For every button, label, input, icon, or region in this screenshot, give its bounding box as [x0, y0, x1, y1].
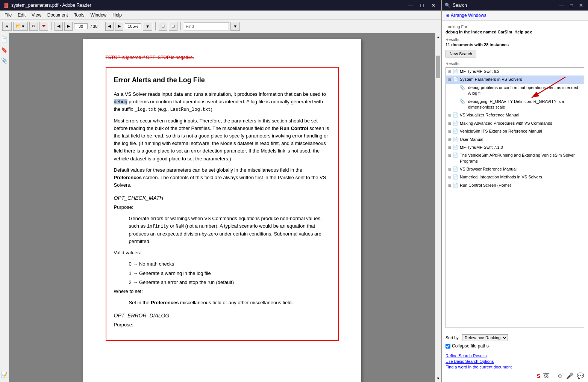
expand-icon-9[interactable]: ⊞ [448, 145, 451, 149]
translate-icon: 英 [543, 372, 549, 380]
looking-for-label: Looking For: [446, 24, 584, 29]
result-item-7[interactable]: ⊞ 📄 VehicleSim ITS Extension Reference M… [446, 127, 584, 135]
result-item-4[interactable]: 📎 debugging. R_GRAVITY Definition: R_GRA… [446, 98, 584, 112]
zoom-in-button[interactable]: ▶ [115, 22, 123, 31]
sub1-label: Purpose: [114, 204, 330, 211]
find-input[interactable] [184, 22, 229, 30]
subsection-title-2: OPT_ERROR_DIALOG [114, 312, 330, 320]
result-icon-2: 📄 [453, 77, 458, 82]
menu-help[interactable]: Help [109, 12, 125, 18]
expand-icon-5[interactable]: ⊞ [448, 113, 451, 117]
menu-document[interactable]: Document [44, 12, 71, 18]
result-item-2[interactable]: ⊟ 📄 System Parameters in VS Solvers [446, 75, 584, 83]
result-icon-10: 📄 [453, 152, 458, 158]
vertical-scrollbar[interactable]: ▲ ▼ [435, 33, 441, 382]
menu-edit[interactable]: Edit [15, 12, 29, 18]
next-page-button[interactable]: ▶ [64, 22, 73, 31]
result-icon-12: 📄 [453, 174, 458, 180]
result-item-8[interactable]: ⊞ 📄 User Manual [446, 136, 584, 143]
zoom-out-button[interactable]: ◀ [105, 22, 114, 31]
looking-for-value: debug in the index named CarSim_Help.pdx [446, 30, 584, 34]
pages-icon[interactable]: 📄 [1, 36, 8, 43]
search-content: Looking For: debug in the index named Ca… [442, 21, 588, 332]
result-item-9[interactable]: ⊞ 📄 MF-Tyre/MF-Swift 7.1.0 [446, 143, 584, 151]
val-0: 0 → No math checks [129, 260, 330, 268]
menu-tools[interactable]: Tools [71, 12, 88, 18]
minimize-button[interactable]: — [406, 2, 415, 8]
zoom-dropdown-button[interactable]: ▼ [143, 22, 152, 31]
sort-select[interactable]: Relevance Ranking Date Modified File Nam… [462, 334, 508, 341]
scroll-thumb[interactable] [436, 56, 440, 78]
pdf-page-area: TSTOP is ignored if OPT_STOP is negative… [9, 33, 435, 382]
menu-bar: File Edit View Document Tools Window Hel… [0, 11, 441, 20]
scroll-up-button[interactable]: ▲ [435, 33, 441, 41]
menu-view[interactable]: View [29, 12, 44, 18]
layers-icon[interactable]: 📝 [1, 371, 8, 378]
find-dropdown-button[interactable]: ▼ [230, 22, 240, 31]
expand-icon-7[interactable]: ⊞ [448, 129, 451, 133]
highlight-debug: debug [114, 99, 127, 104]
expand-icon-8[interactable]: ⊞ [448, 137, 451, 142]
result-item-3[interactable]: 📎 debug problems or confirm that operati… [446, 84, 584, 98]
new-search-button[interactable]: New Search [446, 50, 476, 57]
result-text-3: debug problems or confirm that operation… [468, 85, 582, 97]
expand-icon-11[interactable]: ⊞ [448, 167, 451, 171]
menu-window[interactable]: Window [88, 12, 110, 18]
result-item-5[interactable]: ⊞ 📄 VS Visualizer Reference Manual [446, 111, 584, 119]
section-title: Error Alerts and the Log File [114, 75, 330, 85]
basic-search-link[interactable]: Use Basic Search Options [446, 359, 584, 364]
expand-icon-10[interactable]: ⊞ [448, 153, 451, 157]
refine-search-link[interactable]: Refine Search Results [446, 353, 584, 358]
page-number-input[interactable]: 30 [74, 23, 88, 29]
find-word-link[interactable]: Find a word in the current document [446, 365, 584, 369]
result-icon-1: 📄 [453, 69, 458, 74]
emoji-icon: ☺ [557, 373, 563, 379]
search-toolbar: ⊞ Arrange Windows [442, 11, 588, 21]
val-2: 2 → Generate an error and stop the run (… [129, 279, 330, 286]
collapse-checkbox[interactable] [446, 344, 450, 349]
expand-icon-13[interactable]: ⊞ [448, 183, 451, 187]
expand-icon-2[interactable]: ⊟ [448, 77, 451, 82]
print-button[interactable]: 🖨 [2, 22, 12, 31]
arrange-windows-button[interactable]: ⊞ Arrange Windows [446, 13, 486, 18]
title-bar-controls: — □ ✕ [406, 2, 438, 8]
search-app-icon: 🔍 [445, 3, 450, 8]
chat-icon: 💬 [577, 372, 584, 379]
mic-icon: 🎤 [566, 372, 574, 379]
result-item-10[interactable]: ⊞ 📄 The VehicleSim API:Running and Exten… [446, 151, 584, 165]
results-label-top: Results: [446, 37, 584, 42]
result-item-11[interactable]: ⊞ 📄 VS Browser Reference Manual [446, 165, 584, 173]
result-icon-5: 📄 [453, 112, 458, 118]
bookmarks-icon[interactable]: 🔖 [1, 47, 8, 53]
result-sub-icon-3: 📎 [459, 85, 465, 90]
result-text-11: VS Browser Reference Manual [460, 166, 517, 172]
result-item-12[interactable]: ⊞ 📄 Numerical Integration Methods in VS … [446, 173, 584, 181]
open-button[interactable]: 📂 ▼ [13, 22, 28, 31]
fav-button[interactable]: ❤ [39, 22, 48, 31]
expand-icon-12[interactable]: ⊞ [448, 175, 451, 179]
zoom-input[interactable]: 105% [125, 23, 141, 29]
prev-page-button[interactable]: ◀ [55, 22, 63, 31]
code-nan: NaN [176, 224, 184, 229]
result-item-1[interactable]: ⊞ 📄 MF-Tyre/MF-Swift 6.2 [446, 68, 584, 75]
result-sub-icon-4: 📎 [459, 99, 465, 104]
search-close-button[interactable]: ✕ [577, 3, 585, 8]
scroll-down-button[interactable]: ▼ [435, 374, 441, 382]
menu-file[interactable]: File [2, 12, 15, 18]
maximize-button[interactable]: □ [418, 2, 426, 8]
arrange-label: Arrange Windows [451, 13, 486, 18]
result-text-2: System Parameters in VS Solvers [460, 77, 522, 82]
result-item-13[interactable]: ⊞ 📄 Run Control Screen (Home) [446, 181, 584, 189]
expand-icon-6[interactable]: ⊞ [448, 121, 451, 125]
search-minimize-button[interactable]: — [557, 3, 566, 8]
attachments-icon[interactable]: 📎 [1, 57, 8, 64]
fit-width-button[interactable]: ⊟ [169, 22, 177, 31]
close-button[interactable]: ✕ [429, 2, 438, 8]
sub2-label: Purpose: [114, 321, 330, 329]
expand-icon-1[interactable]: ⊞ [448, 69, 451, 74]
code-suffix: _log.txt [135, 107, 156, 112]
result-item-6[interactable]: ⊞ 📄 Making Advanced Procedures with VS C… [446, 119, 584, 127]
fit-page-button[interactable]: ⊡ [159, 22, 167, 31]
email-button[interactable]: ✉ [29, 22, 38, 31]
search-maximize-button[interactable]: □ [568, 3, 575, 8]
